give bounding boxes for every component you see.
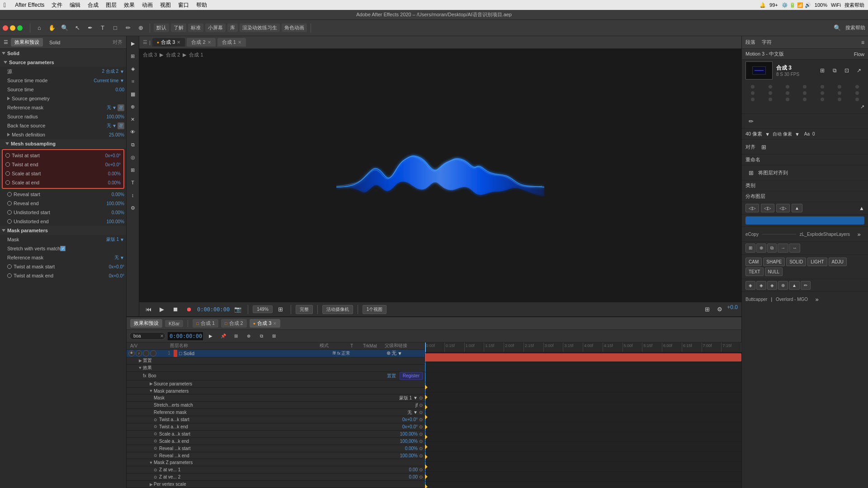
- comp-icon-2[interactable]: ⧉: [829, 65, 840, 76]
- workspace-standard[interactable]: 标准: [188, 23, 203, 32]
- scale-end-row[interactable]: Scale at end 0.00%: [4, 178, 123, 187]
- track-source-params[interactable]: [425, 392, 741, 402]
- stretch-checkbox[interactable]: [60, 246, 66, 251]
- grid-view-btn[interactable]: ⊞: [702, 304, 712, 315]
- viewer-tool-7[interactable]: ✕: [127, 114, 138, 125]
- boo-plugin-row[interactable]: fx Boo 置置 Register: [127, 372, 425, 380]
- camera-dropdown[interactable]: 活动摄像机: [322, 305, 353, 314]
- bottom-tab-comp3[interactable]: ● 合成 3 ✕: [250, 319, 281, 328]
- tag-adju[interactable]: ADJU: [829, 258, 847, 266]
- quality-dropdown[interactable]: 完整: [296, 305, 313, 314]
- layer-mode-value[interactable]: 正常: [341, 350, 350, 357]
- plugin-btn5[interactable]: ↔: [789, 244, 800, 253]
- bottom-tab-comp2[interactable]: □ 合成 2: [221, 319, 247, 328]
- undistorted-start-row[interactable]: Undistorted start 0.00%: [5, 208, 126, 217]
- tag-text[interactable]: TEXT: [745, 267, 764, 276]
- timeline-time[interactable]: 0:00:00:00: [167, 332, 203, 341]
- menu-view[interactable]: 视图: [160, 1, 171, 9]
- viewer-area[interactable]: [139, 49, 741, 316]
- source-radius-row[interactable]: Source radius 100.00%: [5, 112, 126, 121]
- tag-solid[interactable]: SOLID: [786, 258, 806, 266]
- reveal-start-stopwatch2[interactable]: ⊙: [419, 446, 423, 451]
- bottom-reveal-start-row[interactable]: ⊙ Reveal ...k start 0.00% ⊙: [127, 445, 425, 452]
- ref-mask-bottom-dropdown[interactable]: ▼: [413, 410, 418, 415]
- horiz-btn4[interactable]: ▲: [792, 204, 802, 212]
- align-icon-2[interactable]: ◈: [756, 281, 766, 290]
- comp-icon-3[interactable]: ⊡: [841, 65, 852, 76]
- tl-opt4[interactable]: ⊞: [269, 331, 279, 342]
- tag-null[interactable]: NULL: [765, 267, 783, 276]
- align-icon-1[interactable]: ◈: [745, 281, 755, 290]
- bottom-twist-start-row[interactable]: ⊙ Twist a...k start 0x+0.0° ⊙: [127, 416, 425, 423]
- layer-solid-row[interactable]: 👁 ♪ 1 □ Solid: [127, 350, 425, 357]
- minimize-btn[interactable]: [10, 25, 15, 31]
- stop-btn[interactable]: ⏹: [170, 304, 181, 315]
- bottom-tab-kbar[interactable]: KBar: [165, 320, 183, 327]
- bottom-scale-end-row[interactable]: ⊙ Scale a...k end 100,00% ⊙: [127, 438, 425, 445]
- view-dropdown[interactable]: 1个视图: [363, 305, 387, 314]
- workspace-small[interactable]: 小屏幕: [205, 23, 226, 32]
- track-twist-end[interactable]: [425, 452, 741, 462]
- viewer-tool-6[interactable]: ⊕: [127, 101, 138, 112]
- plugin-expand-btn[interactable]: »: [811, 294, 822, 305]
- tl-opt1[interactable]: ⊞: [231, 331, 241, 342]
- filter-icon[interactable]: ⊞: [745, 167, 756, 178]
- track-mask-params[interactable]: [425, 402, 741, 412]
- reveal-start-row[interactable]: Reveal start 0.00%: [5, 190, 126, 199]
- bottom-z-vert1-row[interactable]: ⊙ Z at ve... 1 0.00 ⊙: [127, 466, 425, 474]
- ref-mask-row[interactable]: Reference mask 无 ▼ 逻: [5, 103, 126, 112]
- explode-label[interactable]: zL_ExplodeShapeLayers: [800, 232, 850, 237]
- z-vert1-stopwatch2[interactable]: ⊙: [419, 467, 423, 472]
- horiz-btn2[interactable]: ◁▷: [761, 204, 774, 212]
- flow-label[interactable]: Flow: [854, 52, 864, 57]
- twist-mask-start-row[interactable]: Twist at mask start 0x+0.0°: [5, 262, 126, 271]
- bottom-scale-start-row[interactable]: ⊙ Scale a...k start 100.00% ⊙: [127, 431, 425, 438]
- tl-snap[interactable]: 📌: [218, 331, 229, 342]
- workspace-learn[interactable]: 了解: [171, 23, 186, 32]
- reveal-end-stopwatch2[interactable]: ⊙: [419, 453, 423, 458]
- comp-icon-1[interactable]: ⊞: [817, 65, 828, 76]
- viewer-tool-14[interactable]: ⚙: [127, 202, 138, 213]
- mesh-def-row[interactable]: Mesh definition 25.00%: [5, 130, 126, 139]
- workspace-lib[interactable]: 库: [227, 23, 238, 32]
- brush-tool[interactable]: ✏: [123, 23, 133, 33]
- tl-play[interactable]: ▶: [205, 331, 216, 342]
- track-boo[interactable]: [425, 382, 741, 392]
- solo-icon[interactable]: [143, 350, 149, 357]
- align-icon-3[interactable]: ◈: [767, 281, 777, 290]
- bottom-z-vert2-row[interactable]: ⊙ Z at ve... 2 0.00 ⊙: [127, 474, 425, 481]
- transform-section[interactable]: ▶ 置置: [127, 357, 425, 365]
- blue-slider[interactable]: [745, 216, 864, 225]
- close-btn[interactable]: [3, 25, 8, 31]
- audio-icon[interactable]: ♪: [136, 350, 142, 357]
- tab-solid[interactable]: Solid: [46, 39, 64, 46]
- viewer-tool-8[interactable]: 👁: [127, 127, 138, 137]
- align-icon-5[interactable]: ▲: [789, 281, 800, 290]
- search-toolbar[interactable]: 🔍: [832, 23, 843, 33]
- source-dropdown-icon[interactable]: ▼: [120, 69, 124, 74]
- search-clear[interactable]: ✕: [160, 333, 164, 338]
- source-time-mode-dropdown[interactable]: ▼: [120, 78, 124, 83]
- tab-effects-presets[interactable]: 效果和预设: [11, 38, 43, 47]
- viewer-tool-10[interactable]: ◎: [127, 152, 138, 163]
- comp3-tab-close[interactable]: ✕: [273, 321, 277, 326]
- ref-mask2-row[interactable]: Reference mask 无 ▼: [5, 253, 126, 262]
- align-icon-4[interactable]: ⊕: [778, 281, 788, 290]
- home-tool[interactable]: ⌂: [34, 23, 45, 33]
- menu-comp[interactable]: 合成: [88, 1, 99, 9]
- mask-stopwatch[interactable]: ⊙: [419, 395, 423, 400]
- bottom-mask-row[interactable]: Mask 蒙版 1 ▼ ⊙: [127, 394, 425, 402]
- ecopy-label[interactable]: eCopy: [745, 232, 759, 237]
- scale-start-stopwatch2[interactable]: ⊙: [419, 432, 423, 436]
- viewer-tool-3[interactable]: ◈: [127, 63, 138, 74]
- align-btn[interactable]: 对齐: [113, 39, 123, 46]
- pen-tool[interactable]: ✒: [85, 23, 95, 33]
- track-reveal-start[interactable]: [425, 482, 741, 488]
- comp-tab-1[interactable]: 合成 1 ✕: [217, 38, 246, 47]
- edit-icon-pencil[interactable]: ✏: [745, 116, 756, 127]
- menu-help[interactable]: 帮助: [196, 1, 207, 9]
- chevron-up-icon[interactable]: ▲: [859, 205, 864, 211]
- plugin-btn3[interactable]: ⧉: [767, 244, 777, 253]
- breadcrumb-comp2[interactable]: 合成 2: [166, 52, 180, 58]
- bottom-reveal-end-row[interactable]: ⊙ Reveal ...k end 100.00% ⊙: [127, 452, 425, 460]
